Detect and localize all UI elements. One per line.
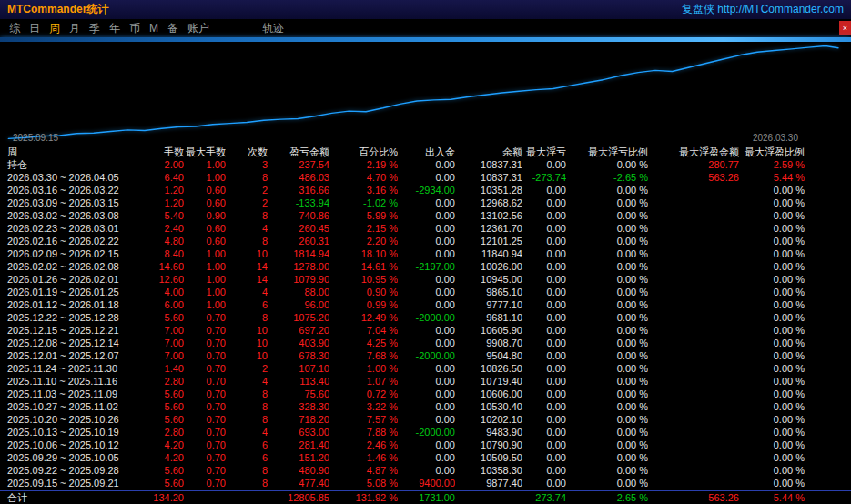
table-cell: 9400.00 xyxy=(398,477,455,489)
table-cell: 4.70 % xyxy=(329,171,398,184)
table-cell: 113.40 xyxy=(268,375,329,388)
table-row[interactable]: 2025.12.15 ~ 2025.12.217.000.7010697.207… xyxy=(0,324,851,337)
table-cell: 134.20 xyxy=(146,491,184,504)
row-label: 2025.09.15 ~ 2025.09.21 xyxy=(7,477,146,489)
table-row[interactable]: 2026.01.19 ~ 2026.01.254.001.00488.000.9… xyxy=(0,286,851,298)
table-row[interactable]: 2025.11.03 ~ 2025.11.095.600.70875.600.7… xyxy=(0,388,851,400)
menu-item-季[interactable]: 季 xyxy=(89,21,100,36)
table-row[interactable]: 2026.03.02 ~ 2026.03.085.400.908740.865.… xyxy=(0,209,851,222)
table-cell: 0.00 xyxy=(398,413,455,426)
table-cell: 0.00 % xyxy=(739,260,805,273)
table-row[interactable]: 2025.10.20 ~ 2025.10.265.600.708718.207.… xyxy=(0,413,851,426)
table-cell: 0.00 % xyxy=(566,273,648,286)
row-label: 2025.11.10 ~ 2025.11.16 xyxy=(7,375,146,388)
table-cell: -1731.00 xyxy=(398,491,455,504)
table-cell: 107.10 xyxy=(268,362,329,375)
table-cell: 0.00 % xyxy=(739,375,805,388)
table-cell: 5.40 xyxy=(146,209,184,222)
menu-item-备[interactable]: 备 xyxy=(167,21,178,36)
close-button[interactable]: × xyxy=(839,21,851,35)
table-row[interactable]: 2026.03.30 ~ 2026.04.056.401.008486.034.… xyxy=(0,171,851,184)
menu-item-轨迹[interactable]: 轨迹 xyxy=(262,21,284,36)
table-row[interactable]: 2025.09.29 ~ 2025.10.054.200.706151.201.… xyxy=(0,451,851,464)
table-cell: 0.00 % xyxy=(739,362,805,375)
table-cell: 12361.70 xyxy=(455,222,522,235)
equity-line xyxy=(8,45,838,138)
menu-item-M[interactable]: M xyxy=(149,22,158,35)
equity-chart-svg xyxy=(0,42,851,144)
table-row[interactable]: 2026.02.09 ~ 2026.02.158.401.00101814.94… xyxy=(0,247,851,260)
table-cell: 0.00 xyxy=(522,197,566,209)
table-row[interactable]: 2025.10.13 ~ 2025.10.192.800.704693.007.… xyxy=(0,426,851,438)
table-cell: 0.00 % xyxy=(566,324,648,337)
table-row[interactable]: 持仓2.001.003237.542.19 %0.0010837.310.000… xyxy=(0,158,851,171)
menu-item-币[interactable]: 币 xyxy=(129,21,140,36)
table-row[interactable]: 2026.02.23 ~ 2026.03.012.400.604260.452.… xyxy=(0,222,851,235)
table-cell: 0.00 % xyxy=(566,197,648,209)
table-cell: 9483.90 xyxy=(455,426,522,438)
table-cell: 0.00 % xyxy=(739,324,805,337)
table-row[interactable]: 2026.03.09 ~ 2026.03.151.200.602-133.94-… xyxy=(0,197,851,209)
table-cell: 0.70 xyxy=(184,311,226,324)
table-cell: 0.00 xyxy=(522,235,566,247)
table-cell: 0.00 % xyxy=(739,286,805,298)
table-cell: 0.00 % xyxy=(566,400,648,413)
table-cell xyxy=(648,184,739,197)
table-cell: 0.00 % xyxy=(566,349,648,362)
table-cell: 0.00 xyxy=(522,324,566,337)
table-row[interactable]: 2025.12.01 ~ 2025.12.077.000.7010678.307… xyxy=(0,349,851,362)
menu-item-年[interactable]: 年 xyxy=(109,21,120,36)
table-row[interactable]: 2025.09.15 ~ 2025.09.215.600.708477.405.… xyxy=(0,477,851,489)
table-cell: 0.70 xyxy=(184,388,226,400)
table-cell: 5.60 xyxy=(146,311,184,324)
table-cell: 8 xyxy=(226,311,268,324)
table-cell: 1.00 xyxy=(184,247,226,260)
table-cell: 0.00 % xyxy=(566,184,648,197)
table-cell: 1814.94 xyxy=(268,247,329,260)
table-cell: 0.00 xyxy=(522,337,566,349)
table-row[interactable]: 2025.10.27 ~ 2025.11.025.600.708328.303.… xyxy=(0,400,851,413)
table-cell: 0.00 % xyxy=(566,451,648,464)
table-cell: 3 xyxy=(226,158,268,171)
titlebar: MTCommander统计 复盘侠 http://MTCommander.com xyxy=(0,0,851,19)
table-cell: 0.60 xyxy=(184,197,226,209)
table-cell: 11840.94 xyxy=(455,247,522,260)
menu-item-账户[interactable]: 账户 xyxy=(187,21,209,36)
table-row[interactable]: 2025.11.10 ~ 2025.11.162.800.704113.401.… xyxy=(0,375,851,388)
table-cell: 0.00 % xyxy=(566,413,648,426)
table-cell: 12.49 % xyxy=(329,311,398,324)
menu-item-日[interactable]: 日 xyxy=(29,21,40,36)
table-cell: 5.60 xyxy=(146,388,184,400)
table-row[interactable]: 2026.03.16 ~ 2026.03.221.200.602316.663.… xyxy=(0,184,851,197)
table-row[interactable]: 2025.09.22 ~ 2025.09.285.600.708480.904.… xyxy=(0,464,851,477)
table-cell: 0.00 xyxy=(398,235,455,247)
table-cell xyxy=(648,222,739,235)
table-cell: 2.40 xyxy=(146,222,184,235)
table-cell: 12968.62 xyxy=(455,197,522,209)
table-cell: 0.00 xyxy=(522,298,566,311)
table-row[interactable]: 2025.11.24 ~ 2025.11.301.400.702107.101.… xyxy=(0,362,851,375)
table-row[interactable]: 2025.12.22 ~ 2025.12.285.600.7081075.201… xyxy=(0,311,851,324)
table-cell: 10358.30 xyxy=(455,464,522,477)
table-cell: 9908.70 xyxy=(455,337,522,349)
table-cell: 0.00 % xyxy=(739,298,805,311)
table-row[interactable]: 2025.12.08 ~ 2025.12.147.000.7010403.904… xyxy=(0,337,851,349)
brand-link[interactable]: 复盘侠 http://MTCommander.com xyxy=(682,2,844,17)
table-cell: 0.00 % xyxy=(739,464,805,477)
table-row[interactable]: 2026.01.12 ~ 2026.01.186.001.00696.000.9… xyxy=(0,298,851,311)
menu-item-周[interactable]: 周 xyxy=(49,21,60,36)
table-cell: 10351.28 xyxy=(455,184,522,197)
table-cell: 9504.80 xyxy=(455,349,522,362)
menu-item-综[interactable]: 综 xyxy=(9,21,20,36)
table-cell: 10837.31 xyxy=(455,158,522,171)
table-row[interactable]: 2026.01.26 ~ 2026.02.0112.601.00141079.9… xyxy=(0,273,851,286)
row-label: 2025.10.13 ~ 2025.10.19 xyxy=(7,426,146,438)
table-row[interactable]: 2025.10.06 ~ 2025.10.124.200.706281.402.… xyxy=(0,438,851,451)
table-row[interactable]: 2026.02.02 ~ 2026.02.0814.601.00141278.0… xyxy=(0,260,851,273)
table-cell: 10826.50 xyxy=(455,362,522,375)
menu-item-月[interactable]: 月 xyxy=(69,21,80,36)
table-body: 持仓2.001.003237.542.19 %0.0010837.310.000… xyxy=(0,158,851,489)
table-cell: 0.00 xyxy=(398,362,455,375)
table-row[interactable]: 2026.02.16 ~ 2026.02.224.800.608260.312.… xyxy=(0,235,851,247)
table-cell: 12.60 xyxy=(146,273,184,286)
